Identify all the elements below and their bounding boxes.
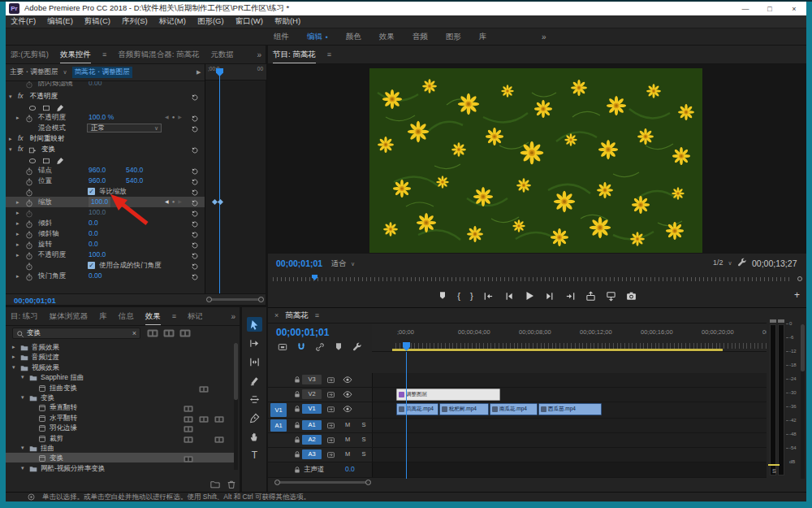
filter-32bit-effects-button[interactable] xyxy=(162,328,175,338)
sync-lock-icon[interactable] xyxy=(326,389,335,399)
play-icon[interactable] xyxy=(524,290,535,302)
sync-lock-icon[interactable] xyxy=(326,421,335,430)
workspace-overflow-icon[interactable]: » xyxy=(542,33,546,41)
keyframe-nav[interactable]: ◀●▶ xyxy=(165,112,185,123)
step-forward-button[interactable] xyxy=(545,291,555,302)
mute-button[interactable]: M xyxy=(343,435,352,445)
ecp-row-倾斜[interactable]: ▸倾斜0.0 xyxy=(6,218,205,228)
ecp-row-时间重映射[interactable]: ▸fx时间重映射 xyxy=(6,133,205,144)
param-value[interactable]: 100.0 % xyxy=(89,112,114,123)
reset-icon[interactable] xyxy=(191,220,199,228)
menu-item-5[interactable]: 图形(G) xyxy=(197,16,224,27)
go-to-out-icon[interactable] xyxy=(565,291,576,302)
ecp-row-快门角度[interactable]: ▸快门角度0.00 xyxy=(6,271,205,281)
lock-icon[interactable] xyxy=(293,405,301,413)
tree-folder-Sapphire 扭曲[interactable]: ▾Sapphire 扭曲 xyxy=(6,372,238,382)
track-lane-A2[interactable] xyxy=(372,433,767,447)
zoom-handle-right[interactable] xyxy=(365,480,371,485)
track-button-A3[interactable]: A3 xyxy=(302,449,322,459)
ecp-row-混合模式[interactable]: 混合模式正常∨ xyxy=(6,123,205,133)
project-tab-3[interactable]: 信息 xyxy=(119,308,134,324)
panel-menu-icon[interactable]: ≡ xyxy=(315,311,319,319)
workspace-tab-6[interactable]: 库 xyxy=(479,32,487,42)
slip-tool[interactable] xyxy=(247,392,262,406)
source-patch-A1[interactable]: A1 xyxy=(270,419,287,432)
extract-button[interactable] xyxy=(606,291,616,302)
step-back-button[interactable] xyxy=(503,291,514,302)
ecp-row-不透明度[interactable]: ▸不透明度100.0 xyxy=(6,250,205,260)
keyframe-nav[interactable]: ◀●▶ xyxy=(165,197,185,207)
track-lane-V3[interactable] xyxy=(372,373,767,387)
twirl-icon[interactable]: ▸ xyxy=(16,207,19,218)
track-lane-A1[interactable] xyxy=(372,419,767,432)
project-tab-4[interactable]: 效果 xyxy=(145,308,161,325)
param-value[interactable]: 0.00 xyxy=(89,271,102,281)
solo-button[interactable]: S xyxy=(359,449,369,459)
program-timecode[interactable]: 00;00;01;01 xyxy=(276,258,322,268)
param-value[interactable]: 0.0 xyxy=(89,228,98,239)
menu-item-3[interactable]: 序列(S) xyxy=(122,16,148,27)
eye-icon[interactable] xyxy=(343,375,352,384)
eye-icon[interactable] xyxy=(343,404,352,414)
work-area-bar[interactable] xyxy=(392,349,723,351)
track-button-A2[interactable]: A2 xyxy=(302,435,322,445)
track-button-A1[interactable]: A1 xyxy=(302,420,322,430)
param-value-2[interactable]: 540.0 xyxy=(126,176,143,186)
ecp-zoom-handle-left[interactable] xyxy=(206,297,212,302)
panel-overflow-icon[interactable]: » xyxy=(257,50,261,59)
param-value[interactable]: 0.00 xyxy=(89,81,102,89)
tree-effect-变换[interactable]: 变换 xyxy=(6,453,238,462)
ecp-row-锚点[interactable]: 锚点960.0540.0 xyxy=(6,165,205,176)
rect-mask-icon[interactable] xyxy=(42,157,50,165)
reset-icon[interactable] xyxy=(191,210,199,218)
param-value[interactable]: 100.0 xyxy=(89,197,110,207)
razor-tool[interactable] xyxy=(247,373,262,388)
ecp-row-等比缩放[interactable]: ✓等比缩放 xyxy=(6,186,205,197)
project-tab-2[interactable]: 库 xyxy=(99,308,107,324)
video-track-V3[interactable]: V3 xyxy=(268,373,767,388)
lock-icon[interactable] xyxy=(293,450,301,458)
menu-item-2[interactable]: 剪辑(C) xyxy=(84,16,110,27)
track-button-V3[interactable]: V3 xyxy=(302,375,322,384)
stopwatch-icon[interactable] xyxy=(25,231,33,239)
ecp-zoom-scrollbar[interactable] xyxy=(209,298,261,301)
sync-lock-icon[interactable] xyxy=(326,390,335,399)
workspace-tab-5[interactable]: 图形 xyxy=(446,32,461,42)
sync-lock-icon[interactable] xyxy=(326,450,335,459)
video-track-V1[interactable]: V1V1茼蒿花.mp4枇杷树.mp4南瓜花.mp4西瓜苗.mp4 xyxy=(268,402,767,419)
fit-dropdown[interactable]: 适合∨ xyxy=(331,258,355,269)
type-tool[interactable]: T xyxy=(247,448,262,462)
ecp-row-不透明度[interactable]: ▸不透明度100.0 %◀●▶ xyxy=(6,112,205,123)
play-button[interactable] xyxy=(524,290,535,302)
workspace-menu-icon[interactable]: ▪ xyxy=(326,33,328,41)
resolution-dropdown[interactable]: 1/2∨ xyxy=(713,258,732,267)
stopwatch-icon[interactable] xyxy=(25,263,33,271)
selection-tool[interactable] xyxy=(247,317,262,332)
reset-icon[interactable] xyxy=(191,273,199,281)
source-patch-V1[interactable]: V1 xyxy=(270,403,287,417)
ellipse-mask-icon[interactable] xyxy=(28,104,37,112)
zoom-handle-left[interactable] xyxy=(274,480,280,485)
ecp-row-变换[interactable]: ▾fx变换 xyxy=(6,144,205,154)
stopwatch-icon[interactable] xyxy=(25,199,33,207)
track-lane-A3[interactable] xyxy=(372,448,767,462)
button-editor-plus[interactable]: + xyxy=(794,289,800,301)
twirl-icon[interactable]: ▸ xyxy=(16,271,19,281)
wrench-icon[interactable] xyxy=(737,258,747,267)
sync-lock-icon[interactable] xyxy=(326,376,335,384)
reset-icon[interactable] xyxy=(191,93,199,102)
marker-icon[interactable] xyxy=(334,342,343,352)
tree-folder-变换[interactable]: ▾变换 xyxy=(6,393,238,402)
wrench-icon[interactable] xyxy=(352,342,362,352)
razor-tool[interactable] xyxy=(249,376,260,386)
panel-menu-icon[interactable]: ≡ xyxy=(327,50,331,59)
ecp-tab-3[interactable]: 元数据 xyxy=(211,46,235,63)
lock-icon[interactable] xyxy=(293,404,301,413)
lock-icon[interactable] xyxy=(293,390,301,398)
step-back-icon[interactable] xyxy=(503,291,514,302)
stopwatch-icon[interactable] xyxy=(25,178,33,186)
show-keyframes-icon[interactable]: ▶ xyxy=(197,69,201,76)
badge-icon[interactable] xyxy=(179,328,191,339)
mark-in-button[interactable]: { xyxy=(457,291,460,301)
panel-overflow-icon[interactable]: » xyxy=(231,312,235,321)
